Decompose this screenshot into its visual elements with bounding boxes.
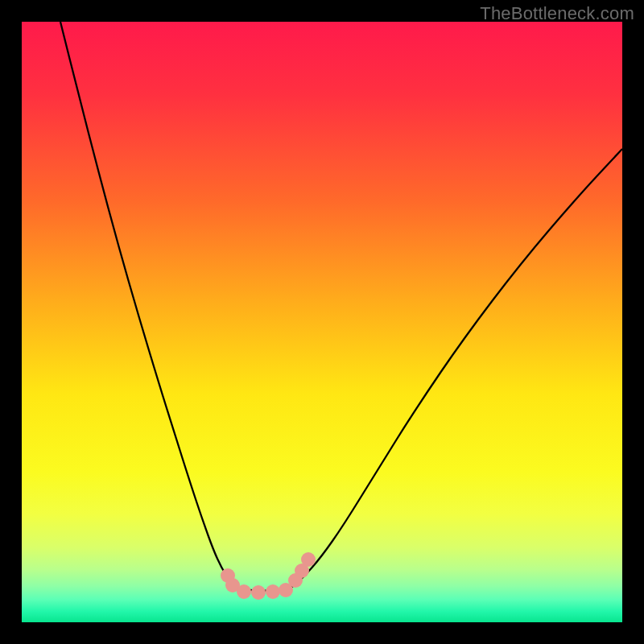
plot-frame bbox=[22, 22, 622, 622]
curve-layer bbox=[22, 22, 622, 622]
data-marker bbox=[266, 584, 280, 599]
bottleneck-curve bbox=[60, 22, 622, 591]
watermark-text: TheBottleneck.com bbox=[480, 3, 634, 24]
data-marker bbox=[251, 585, 266, 600]
data-marker bbox=[301, 552, 316, 567]
data-marker bbox=[237, 584, 251, 599]
